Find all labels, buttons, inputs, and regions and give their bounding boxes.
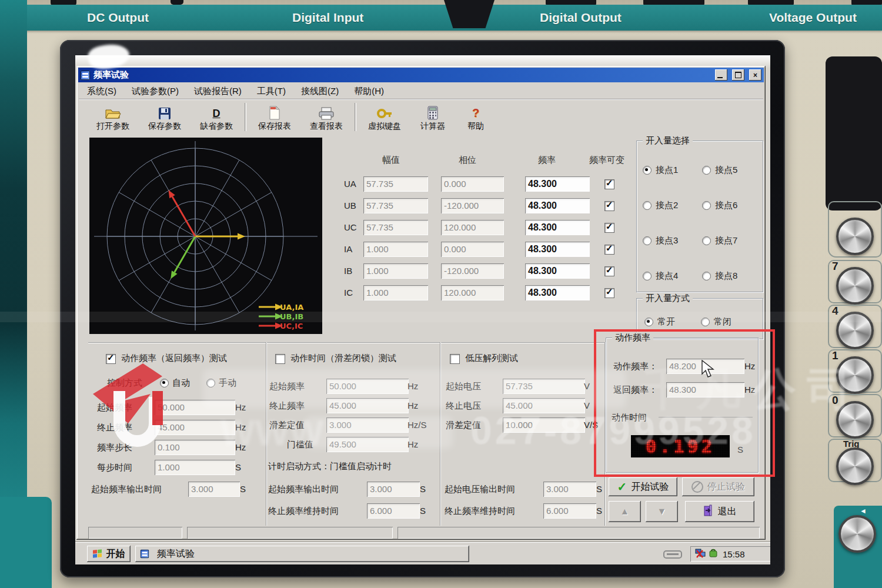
open-params-button[interactable]: 打开参数 bbox=[87, 101, 139, 133]
scroll-up-button[interactable]: ▲ bbox=[609, 501, 641, 522]
menu-help[interactable]: 帮助(H) bbox=[347, 85, 391, 98]
frequency-field[interactable]: 48.300 bbox=[525, 263, 590, 279]
radio-label[interactable]: 自动 bbox=[172, 375, 190, 390]
knob[interactable] bbox=[836, 218, 874, 255]
radio-manual[interactable] bbox=[206, 379, 215, 387]
phase-field[interactable]: 120.000 bbox=[441, 285, 504, 300]
step-time-field[interactable]: 1.000 bbox=[155, 460, 235, 475]
amplitude-field[interactable]: 57.735 bbox=[363, 176, 428, 192]
save-params-button[interactable]: 保存参数 bbox=[139, 101, 191, 133]
network-icon[interactable] bbox=[695, 549, 706, 560]
menu-tools[interactable]: 工具(T) bbox=[250, 85, 293, 98]
keypad-key-4[interactable]: 4 bbox=[828, 305, 882, 348]
knob[interactable] bbox=[836, 447, 874, 485]
amplitude-field[interactable]: 1.000 bbox=[363, 242, 428, 257]
radio-label[interactable]: 接点8 bbox=[715, 268, 737, 283]
action-frequency-field[interactable]: 48.200 bbox=[666, 359, 744, 374]
phase-field[interactable]: -120.000 bbox=[441, 198, 504, 213]
radio-contact-5[interactable] bbox=[702, 166, 711, 175]
menu-system[interactable]: 系统(S) bbox=[80, 85, 123, 98]
start-frequency-field[interactable]: 50.000 bbox=[326, 379, 409, 394]
end-voltage-field[interactable]: 45.000 bbox=[503, 398, 585, 413]
radio-label[interactable]: 接点1 bbox=[656, 162, 678, 178]
taskbar-item-frequency-test[interactable]: 频率试验 bbox=[135, 546, 469, 562]
radio-label[interactable]: 手动 bbox=[219, 375, 236, 390]
frequency-field[interactable]: 48.300 bbox=[525, 198, 590, 213]
radio-label[interactable]: 接点4 bbox=[656, 268, 678, 283]
action-time-test-checkbox[interactable] bbox=[275, 354, 285, 364]
radio-contact-2[interactable] bbox=[643, 201, 652, 210]
frequency-field[interactable]: 48.300 bbox=[525, 242, 590, 257]
start-freq-output-time-field[interactable]: 3.000 bbox=[367, 482, 420, 497]
start-voltage-output-time-field[interactable]: 3.000 bbox=[543, 482, 596, 497]
freq-variable-checkbox[interactable] bbox=[604, 179, 614, 189]
amplitude-field[interactable]: 57.735 bbox=[363, 220, 428, 235]
slip-setting-field[interactable]: 10.000 bbox=[503, 417, 585, 433]
start-frequency-field[interactable]: 50.000 bbox=[155, 400, 235, 415]
start-menu-button[interactable]: 开始 bbox=[87, 546, 131, 562]
radio-label[interactable]: 接点5 bbox=[715, 162, 737, 178]
phase-field[interactable]: 0.000 bbox=[441, 242, 504, 257]
start-freq-output-time-field[interactable]: 3.000 bbox=[188, 482, 240, 497]
amplitude-field[interactable]: 1.000 bbox=[363, 263, 428, 279]
radio-normally-open[interactable] bbox=[644, 318, 653, 326]
keyboard-icon[interactable] bbox=[663, 549, 683, 562]
keypad-key-7[interactable]: 7 bbox=[828, 260, 882, 303]
frequency-step-field[interactable]: 0.100 bbox=[155, 440, 235, 455]
close-button[interactable]: × bbox=[749, 69, 761, 81]
keypad-key-0[interactable]: 0 bbox=[828, 394, 882, 437]
knob[interactable] bbox=[836, 312, 874, 349]
radio-auto[interactable] bbox=[160, 379, 169, 387]
radio-label[interactable]: 接点2 bbox=[656, 198, 678, 213]
stop-test-button[interactable]: 停止试验 bbox=[682, 477, 754, 496]
minimize-button[interactable] bbox=[715, 69, 727, 81]
threshold-field[interactable]: 49.500 bbox=[326, 437, 409, 452]
frequency-field[interactable]: 48.300 bbox=[525, 176, 590, 192]
radio-contact-3[interactable] bbox=[643, 236, 652, 245]
radio-normally-closed[interactable] bbox=[701, 318, 710, 326]
radio-contact-6[interactable] bbox=[702, 201, 711, 210]
frequency-field[interactable]: 48.300 bbox=[525, 285, 590, 300]
knob[interactable] bbox=[836, 267, 874, 305]
end-frequency-field[interactable]: 45.000 bbox=[155, 420, 235, 435]
radio-label[interactable]: 常开 bbox=[657, 314, 675, 329]
knob[interactable] bbox=[836, 356, 874, 394]
radio-contact-4[interactable] bbox=[643, 272, 652, 280]
return-frequency-field[interactable]: 48.300 bbox=[666, 382, 744, 397]
radio-contact-1[interactable] bbox=[643, 166, 652, 175]
menu-test-params[interactable]: 试验参数(P) bbox=[125, 85, 186, 98]
view-report-button[interactable]: 查看报表 bbox=[300, 101, 352, 133]
radio-contact-7[interactable] bbox=[702, 236, 711, 245]
virtual-keyboard-button[interactable]: 虚拟键盘 bbox=[359, 101, 410, 133]
freq-variable-checkbox[interactable] bbox=[604, 266, 614, 276]
start-voltage-field[interactable]: 57.735 bbox=[503, 379, 585, 394]
freq-variable-checkbox[interactable] bbox=[604, 288, 614, 298]
scroll-down-button[interactable]: ▼ bbox=[646, 501, 678, 522]
exit-button[interactable]: 退出 bbox=[685, 501, 754, 522]
end-freq-hold-time-field[interactable]: 6.000 bbox=[543, 503, 596, 519]
help-button[interactable]: ? 帮助 bbox=[455, 101, 496, 133]
phase-field[interactable]: 0.000 bbox=[441, 176, 504, 192]
knob[interactable] bbox=[836, 401, 874, 439]
radio-contact-8[interactable] bbox=[702, 272, 711, 280]
clock[interactable]: 15:58 bbox=[723, 549, 745, 559]
amplitude-field[interactable]: 57.735 bbox=[363, 198, 428, 213]
default-params-button[interactable]: D 缺省参数 bbox=[191, 101, 242, 133]
checkbox-label[interactable]: 动作频率（返回频率）测试 bbox=[121, 350, 227, 366]
end-freq-hold-time-field[interactable]: 6.000 bbox=[367, 503, 420, 519]
calculator-button[interactable]: 计算器 bbox=[410, 101, 455, 133]
maximize-button[interactable] bbox=[732, 69, 744, 81]
freq-variable-checkbox[interactable] bbox=[604, 223, 614, 233]
checkbox-label[interactable]: 动作时间（滑差闭锁）测试 bbox=[290, 350, 396, 366]
menu-test-report[interactable]: 试验报告(R) bbox=[187, 85, 249, 98]
phase-field[interactable]: -120.000 bbox=[441, 263, 504, 279]
low-voltage-test-checkbox[interactable] bbox=[450, 354, 460, 364]
start-test-button[interactable]: ✓ 开始试验 bbox=[609, 477, 677, 496]
keypad-key-top[interactable] bbox=[828, 201, 882, 258]
freq-variable-checkbox[interactable] bbox=[604, 201, 614, 211]
keypad-key-trig[interactable]: Trig bbox=[828, 439, 882, 482]
action-frequency-test-checkbox[interactable] bbox=[106, 354, 116, 364]
checkbox-label[interactable]: 低压解列测试 bbox=[465, 350, 518, 366]
amplitude-field[interactable]: 1.000 bbox=[363, 285, 428, 300]
radio-label[interactable]: 常闭 bbox=[714, 314, 731, 329]
